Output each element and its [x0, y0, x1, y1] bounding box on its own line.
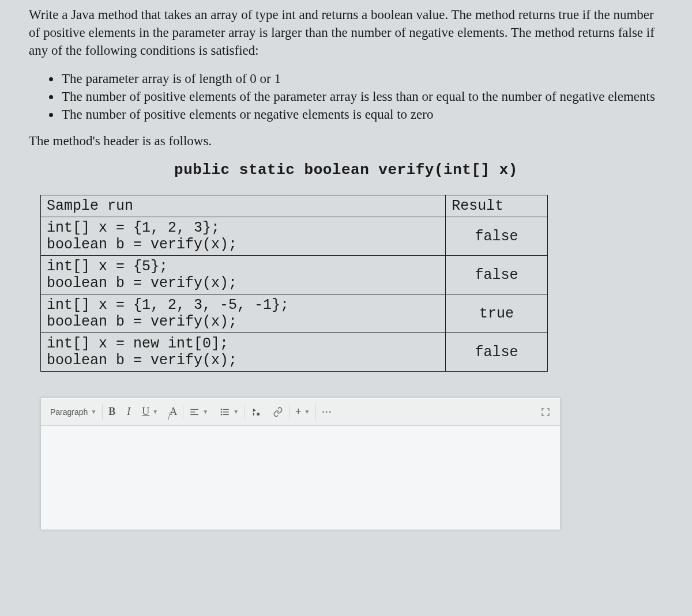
result-cell: false [446, 333, 548, 372]
editor-toolbar: Paragraph ▼ B I U ▼ A⁄ ▼ ▼ [41, 398, 560, 426]
sample-code-cell: int[] x = new int[0]; boolean b = verify… [41, 333, 446, 372]
code-line: boolean b = verify(x); [47, 275, 439, 292]
strikethrough-button[interactable]: A⁄ [164, 398, 183, 425]
method-signature: public static boolean verify(int[] x) [29, 161, 663, 179]
code-line: int[] x = {5}; [47, 258, 439, 275]
list-icon [220, 407, 230, 417]
bold-button[interactable]: B [103, 398, 121, 425]
table-header-row: Sample run Result [41, 195, 548, 217]
answer-editor: Paragraph ▼ B I U ▼ A⁄ ▼ ▼ [40, 398, 561, 530]
media-icon [251, 407, 261, 417]
chevron-down-icon: ▼ [304, 409, 310, 415]
code-line: boolean b = verify(x); [47, 236, 439, 253]
align-left-icon [189, 407, 200, 417]
svg-marker-9 [253, 409, 256, 412]
fullscreen-icon [540, 407, 551, 417]
condition-item: The parameter array is of length of 0 or… [61, 70, 663, 88]
paragraph-dropdown[interactable]: Paragraph ▼ [44, 398, 102, 425]
table-row: int[] x = {5}; boolean b = verify(x); fa… [41, 256, 548, 294]
header-follows-text: The method's header is as follows. [29, 134, 663, 149]
sample-code-cell: int[] x = {1, 2, 3}; boolean b = verify(… [41, 217, 446, 256]
code-line: int[] x = {1, 2, 3, -5, -1}; [47, 297, 439, 313]
condition-item: The number of positive elements of the p… [61, 88, 663, 105]
editor-textarea[interactable] [41, 426, 560, 530]
header-sample: Sample run [41, 195, 446, 217]
result-cell: true [446, 294, 548, 333]
italic-button[interactable]: I [121, 398, 136, 425]
chevron-down-icon: ▼ [202, 409, 208, 415]
fullscreen-button[interactable] [535, 398, 556, 425]
sample-code-cell: int[] x = {5}; boolean b = verify(x); [41, 256, 446, 294]
svg-rect-10 [253, 413, 254, 415]
underline-dropdown[interactable]: U ▼ [136, 398, 164, 425]
align-dropdown[interactable]: ▼ [183, 398, 214, 425]
question-intro: Write a Java method that takes an array … [29, 6, 663, 59]
text-color-icon: A⁄ [170, 406, 177, 418]
sample-run-table: Sample run Result int[] x = {1, 2, 3}; b… [40, 195, 548, 372]
code-line: int[] x = new int[0]; [47, 335, 439, 352]
sample-code-cell: int[] x = {1, 2, 3, -5, -1}; boolean b =… [41, 294, 446, 333]
media-button[interactable] [245, 398, 267, 425]
chevron-down-icon: ▼ [152, 409, 158, 415]
header-result: Result [446, 195, 548, 217]
chevron-down-icon: ▼ [233, 409, 239, 415]
link-button[interactable] [267, 398, 289, 425]
insert-dropdown[interactable]: + ▼ [289, 398, 315, 425]
code-line: boolean b = verify(x); [47, 352, 439, 369]
svg-point-7 [221, 411, 222, 413]
chevron-down-icon: ▼ [91, 409, 96, 415]
svg-rect-11 [257, 413, 260, 415]
result-cell: false [446, 217, 548, 256]
svg-point-6 [221, 409, 222, 410]
result-cell: false [446, 256, 548, 294]
list-dropdown[interactable]: ▼ [214, 398, 245, 425]
table-row: int[] x = {1, 2, 3, -5, -1}; boolean b =… [41, 294, 548, 333]
code-line: int[] x = {1, 2, 3}; [47, 220, 439, 236]
more-button[interactable]: ··· [316, 398, 338, 425]
link-icon [273, 407, 283, 417]
paragraph-label: Paragraph [50, 407, 88, 417]
conditions-list: The parameter array is of length of 0 or… [61, 70, 663, 123]
condition-item: The number of positive elements or negat… [61, 105, 663, 123]
code-line: boolean b = verify(x); [47, 313, 439, 330]
table-row: int[] x = new int[0]; boolean b = verify… [41, 333, 548, 372]
plus-icon: + [295, 406, 302, 418]
table-row: int[] x = {1, 2, 3}; boolean b = verify(… [41, 217, 548, 256]
underline-label: U [142, 406, 149, 418]
svg-point-8 [221, 414, 222, 415]
